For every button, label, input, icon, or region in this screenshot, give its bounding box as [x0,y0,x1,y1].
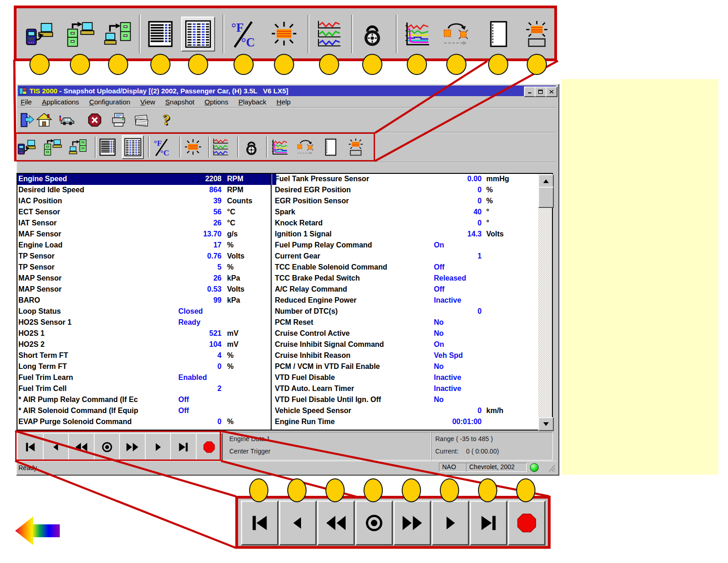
menu-configuration[interactable]: Configuration [87,97,132,107]
table-row[interactable]: TCC Enable Solenoid CommandOff [272,262,538,273]
menu-view[interactable]: View [138,97,157,107]
print-icon[interactable] [110,112,127,128]
table-row[interactable]: Cruise Control ActiveNo [272,328,538,339]
back-arrow-icon[interactable] [14,514,62,548]
table-row[interactable]: Fuel Trim LearnEnabled [17,373,271,384]
param-value: 26 [176,219,222,227]
param-value: Closed [176,307,224,316]
param-label: Cruise Inhibit Reason [275,351,431,360]
menu-playback[interactable]: Playback [237,97,268,107]
read-report-icon[interactable] [133,112,150,128]
param-value: 864 [176,186,222,194]
table-row[interactable]: * AIR Solenoid Command (If EquipOff [17,406,271,417]
param-label: Knock Retard [275,219,431,227]
callout-marker [188,54,208,75]
param-label: TP Sensor [18,252,176,260]
table-row[interactable]: VTD Fuel Disable Until Ign. OffNo [272,395,538,406]
table-row[interactable]: EVAP Vent Solenoid CommandVenting [17,428,271,430]
table-row[interactable]: IAT Sensor26°C [17,218,271,229]
table-row[interactable]: TP Sensor5% [17,262,271,273]
table-row[interactable]: HO2S 1521mV [17,328,271,339]
flash-display-icon-magnified [520,17,554,52]
callout-marker [407,54,427,75]
table-row[interactable]: Engine Load17% [17,240,271,251]
table-row[interactable]: MAP Sensor26kPa [17,273,271,284]
table-row[interactable]: Loop StatusClosed [17,306,271,317]
vehicle-select-icon[interactable] [58,112,75,128]
table-row[interactable]: * AIR Pump Relay Command (If EcOff [17,395,271,406]
current-frame-value: 0 ( 0:00.00) [466,448,499,455]
table-row[interactable]: Reduced Engine PowerInactive [272,295,538,306]
help-icon[interactable]: ?? [159,112,175,128]
param-label: VTD Fuel Disable [275,373,431,382]
table-row[interactable]: VTD Fuel DisableInactive [272,373,538,384]
exit-icon[interactable] [19,112,35,128]
table-row[interactable]: Engine Speed2208RPM [17,174,271,185]
menu-options[interactable]: Options [203,97,230,107]
param-label: IAC Position [18,197,176,205]
callout-marker [364,478,383,502]
param-value: Off [176,407,224,415]
table-row[interactable]: Desired EGR Position0% [272,185,538,196]
param-label: Fuel Tank Pressure Sensor [275,175,431,183]
table-row[interactable]: ECT Sensor56°C [17,207,271,218]
main-toolbar: ?? [17,109,557,132]
menu-help[interactable]: Help [275,97,293,107]
table-row[interactable]: MAP Sensor0.53Volts [17,284,271,295]
scroll-thumb[interactable] [538,187,554,208]
table-row[interactable]: Fuel Trim Cell2 [17,384,271,395]
table-row[interactable]: BARO99kPa [17,295,271,306]
stop-icon[interactable] [86,112,103,128]
table-row[interactable]: Engine Run Time00:01:00 [272,417,538,428]
param-unit: g/s [227,230,238,238]
frame-range-panel: Range ( -35 to 485 ) Current: 0 ( 0:00.0… [431,432,553,460]
table-row[interactable]: Short Term FT4% [17,350,271,362]
table-row[interactable]: TCC Brake Pedal SwitchReleased [272,273,538,284]
table-row[interactable]: Vehicle Speed Sensor0km/h [272,406,538,417]
table-row[interactable]: TP Sensor0.76Volts [17,251,271,262]
table-row[interactable]: Ignition 1 Signal14.3Volts [272,229,538,240]
table-row[interactable]: Cruise Inhibit ReasonVeh Spd [272,350,538,362]
menu-file[interactable]: File [19,97,34,107]
table-row[interactable]: HO2S Sensor 1Ready [17,317,271,328]
menu-snapshot[interactable]: Snapshot [164,97,196,107]
table-row[interactable]: A/C Relay CommandOff [272,284,538,295]
step-forward-button-magnified [432,500,469,546]
param-label: EGR Position Sensor [275,197,431,205]
param-unit: % [227,351,233,360]
table-row[interactable]: Fuel Pump Relay CommandOn [272,240,538,251]
table-row[interactable]: Current Gear1 [272,251,538,262]
table-row[interactable]: VTD Auto. Learn TimerInactive [272,384,538,395]
scroll-up-button[interactable] [538,174,554,188]
scroll-down-button[interactable] [538,417,554,431]
table-row[interactable]: Knock Retard0° [272,218,538,229]
fast-forward-button-magnified [393,500,431,546]
table-row[interactable]: Spark40° [272,207,538,218]
table-row[interactable]: PCM / VCM in VTD Fail EnableNo [272,362,538,373]
table-row[interactable]: HO2S 2104mV [17,339,271,350]
resize-grip[interactable] [548,464,556,472]
home-icon[interactable] [36,112,52,128]
maximize-button[interactable] [535,86,546,97]
close-button[interactable] [546,86,557,97]
param-value: 0 [176,418,222,426]
table-row[interactable]: Cruise Inhibit Signal CommandOn [272,339,538,350]
param-unit: °C [227,219,235,227]
table-row[interactable]: Long Term FT0% [17,362,271,373]
param-value: 39 [176,197,222,205]
table-row[interactable]: EVAP Purge Solenoid Command0% [17,417,271,428]
table-row[interactable]: PCM ResetNo [272,317,538,328]
scrollbar[interactable] [538,174,552,430]
title-bar[interactable]: TIS 2000 - Snapshot Upload/Display [(2) … [18,86,556,96]
menu-applications[interactable]: Applications [40,97,81,107]
param-value: 13.70 [176,230,222,238]
table-row[interactable]: IAC Position39Counts [17,196,271,207]
table-row[interactable]: EGR Position Sensor0% [272,196,538,207]
table-row[interactable]: Fuel Tank Pressure Sensor0.00mmHg [272,174,538,185]
param-value: Inactive [431,296,484,304]
param-value: 0.53 [176,285,222,293]
table-row[interactable]: Desired Idle Speed864RPM [17,185,271,196]
table-row[interactable]: MAF Sensor13.70g/s [17,229,271,240]
table-row[interactable]: Number of DTC(s)0 [272,306,538,317]
param-unit: ° [486,219,489,227]
